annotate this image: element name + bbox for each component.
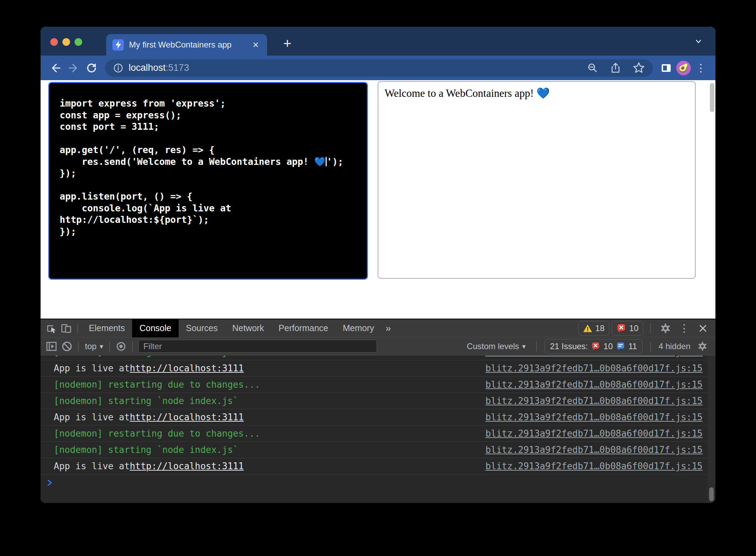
chevron-down-icon: ▾: [522, 342, 526, 351]
live-expression-eye-icon[interactable]: [113, 339, 129, 354]
browser-tab[interactable]: My first WebContainers app ×: [106, 34, 267, 56]
separator: [77, 323, 78, 333]
devtools-scrollbar-thumb[interactable]: [709, 487, 714, 501]
devtools-panel: Elements Console Sources Network Perform…: [41, 319, 715, 503]
issues-warning-count: 11: [628, 342, 637, 351]
console-row: [nodemon] starting `node index.js` blitz…: [41, 355, 707, 360]
console-link[interactable]: http://localhost:3111: [130, 461, 244, 471]
source-link[interactable]: blitz.2913a9f2fedb71…0b08a6f00d17f.js:15: [486, 379, 703, 390]
browser-menu-icon[interactable]: ⋮: [693, 60, 708, 76]
source-link[interactable]: blitz.2913a9f2fedb71…0b08a6f00d17f.js:15: [486, 445, 703, 455]
inspect-element-icon[interactable]: [43, 321, 59, 336]
devtools-tab-performance[interactable]: Performance: [271, 319, 335, 337]
warning-triangle-icon: [583, 324, 592, 333]
source-link[interactable]: blitz.2913a9f2fedb71…0b08a6f00d17f.js:15: [486, 412, 703, 422]
url-host: localhost: [129, 62, 166, 73]
tab-close-icon[interactable]: ×: [251, 40, 260, 50]
source-link[interactable]: blitz.2913a9f2fedb71…0b08a6f00d17f.js:15: [486, 396, 703, 406]
console-message: [nodemon] restarting due to changes...: [54, 428, 260, 439]
console-row: [nodemon] starting `node index.js` blitz…: [41, 442, 707, 458]
devtools-tab-bar: Elements Console Sources Network Perform…: [41, 319, 715, 337]
console-settings-gear-icon[interactable]: [695, 339, 710, 354]
source-link[interactable]: blitz.2913a9f2fedb71…0b08a6f00d17f.js:15: [486, 428, 703, 439]
context-selector-value: top: [85, 342, 96, 351]
bookmark-star-icon[interactable]: [632, 61, 645, 75]
code-content: import express from 'express'; const app…: [60, 98, 357, 237]
devtools-tab-console[interactable]: Console: [132, 319, 179, 337]
code-editor-textarea[interactable]: import express from 'express'; const app…: [48, 82, 368, 280]
clear-console-icon[interactable]: [59, 339, 75, 354]
url-port: :5173: [166, 62, 189, 73]
zoom-out-icon[interactable]: [586, 62, 599, 74]
console-row: [nodemon] restarting due to changes... b…: [41, 377, 707, 393]
source-link[interactable]: blitz.2913a9f2fedb71…0b08a6f00d17f.js:15: [486, 363, 703, 373]
devtools-scrollbar[interactable]: [707, 355, 715, 503]
warnings-badge[interactable]: 18: [578, 321, 610, 336]
console-message: App is live at http://localhost:3111: [54, 412, 244, 422]
console-toolbar: top ▾ Custom levels ▾ 21 Issues:: [41, 337, 715, 355]
console-row: App is live at http://localhost:3111 bli…: [41, 458, 707, 474]
more-tabs-icon[interactable]: »: [381, 323, 395, 334]
address-bar[interactable]: localhost:5173: [105, 59, 653, 77]
code-after-caret: '); }); app.listen(port, () => { console…: [60, 156, 343, 237]
minimize-window-button[interactable]: [62, 38, 70, 46]
custom-levels-label: Custom levels: [467, 342, 519, 351]
source-link[interactable]: blitz.2913a9f2fedb71…0b08a6f00d17f.js:15: [486, 461, 703, 471]
error-bubble-icon: [617, 323, 626, 333]
context-selector[interactable]: top ▾: [82, 342, 106, 351]
errors-badge[interactable]: 10: [612, 321, 643, 336]
devtools-close-icon[interactable]: [695, 321, 711, 336]
issues-error-count: 10: [603, 342, 613, 351]
devtools-tab-elements[interactable]: Elements: [81, 319, 132, 337]
stackblitz-favicon-icon: [112, 39, 124, 51]
share-icon[interactable]: [609, 62, 622, 74]
issues-label: 21 Issues:: [550, 342, 588, 351]
devtools-tab-network[interactable]: Network: [225, 319, 272, 337]
tab-strip: My first WebContainers app × +: [41, 27, 715, 56]
console-link[interactable]: http://localhost:3111: [130, 363, 244, 373]
console-row: [nodemon] starting `node index.js` blitz…: [41, 393, 707, 409]
console-messages: [nodemon] starting `node index.js` blitz…: [41, 355, 715, 503]
console-message: [nodemon] starting `node index.js`: [54, 396, 238, 406]
console-sidebar-icon[interactable]: [44, 339, 59, 354]
issues-badge[interactable]: 21 Issues: 10 11: [544, 339, 643, 354]
console-row: App is live at http://localhost:3111 bli…: [41, 360, 707, 377]
console-link[interactable]: http://localhost:3111: [130, 412, 244, 422]
filter-input[interactable]: [138, 340, 377, 353]
console-prompt-icon: [47, 479, 53, 487]
issue-info-bubble-icon: [616, 342, 625, 351]
reload-button[interactable]: [84, 60, 100, 76]
separator: [109, 342, 110, 351]
preview-message: Welcome to a WebContainers app! 💙: [385, 87, 550, 99]
warning-count: 18: [595, 323, 605, 333]
side-panel-icon[interactable]: [659, 60, 674, 76]
devtools-settings-gear-icon[interactable]: [658, 321, 673, 336]
tab-title: My first WebContainers app: [129, 40, 246, 50]
profile-avatar[interactable]: 🥑: [676, 60, 691, 76]
console-prompt-row[interactable]: [41, 474, 707, 491]
custom-levels-dropdown[interactable]: Custom levels ▾: [464, 342, 529, 351]
devtools-tab-sources[interactable]: Sources: [179, 319, 225, 337]
traffic-lights: [50, 38, 82, 46]
new-tab-button[interactable]: +: [283, 36, 291, 50]
error-count: 10: [629, 323, 638, 333]
site-info-icon[interactable]: [113, 62, 124, 74]
device-toolbar-icon[interactable]: [59, 321, 74, 336]
page-viewport: import express from 'express'; const app…: [41, 80, 715, 319]
tab-search-chevron-icon[interactable]: [693, 37, 704, 45]
console-message: App is live at http://localhost:3111: [54, 461, 244, 471]
separator: [650, 342, 651, 351]
forward-button[interactable]: [66, 60, 81, 76]
console-message: App is live at http://localhost:3111: [54, 363, 244, 373]
page-scrollbar[interactable]: [710, 83, 714, 112]
back-button[interactable]: [48, 60, 63, 76]
zoom-window-button[interactable]: [75, 38, 82, 46]
source-link[interactable]: blitz.2913a9f2fedb71…0b08a6f00d17f.js:15: [486, 355, 703, 357]
console-message: [nodemon] restarting due to changes...: [54, 379, 260, 390]
issue-error-bubble-icon: [591, 342, 600, 351]
close-window-button[interactable]: [50, 38, 58, 46]
devtools-menu-icon[interactable]: ⋮: [677, 321, 692, 336]
devtools-tab-memory[interactable]: Memory: [335, 319, 381, 337]
console-row: App is live at http://localhost:3111 bli…: [41, 409, 707, 426]
browser-window: My first WebContainers app × +: [41, 27, 715, 503]
